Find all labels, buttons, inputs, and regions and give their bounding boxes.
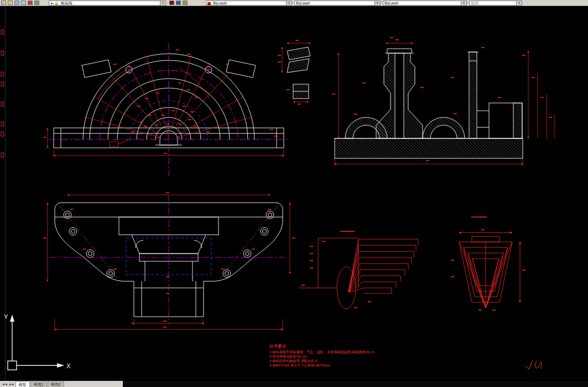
save-icon[interactable] [14, 1, 19, 5]
ucs-y-label: Y [4, 313, 8, 320]
tab-nav-forward-button[interactable]: ►► [8, 381, 15, 387]
plotstyle-value: 随层 [471, 1, 478, 5]
lineweight-combo[interactable]: ByLayer ▼ [383, 1, 467, 6]
color-value: ByLayer [213, 1, 227, 5]
linetype-value: ByLayer [296, 1, 310, 5]
notes-line: 1.铸件表面不得有裂纹、气孔、缩松、夹渣等铸造缺陷,铸造圆角R3~5。 [269, 350, 377, 354]
notes-line: 2.未注明铸造斜度为1:20。 [269, 354, 310, 359]
color-palette-icon[interactable] [169, 1, 174, 5]
tab-nav-back-button[interactable]: ◄◄ [1, 381, 8, 387]
menu-icon[interactable] [1, 1, 6, 5]
layout-tabs: ◄◄ ►► 模型 布局1 布局2 [0, 381, 123, 387]
layer-manager-icon[interactable] [176, 1, 181, 5]
chevron-down-icon[interactable]: ▼ [461, 1, 466, 5]
notes-title: 技术要求 [269, 344, 287, 349]
ucs-x-label: X [66, 363, 71, 369]
chevron-down-icon[interactable]: ▼ [286, 1, 292, 5]
open-folder-icon[interactable] [8, 1, 13, 5]
tab-layout1[interactable]: 布局1 [30, 381, 47, 387]
color-swatch [207, 2, 211, 5]
tab-layout2[interactable]: 布局2 [48, 381, 64, 387]
linetype-combo[interactable]: ByLayer ▼ [294, 1, 381, 6]
properties-icon[interactable] [183, 1, 188, 5]
drawing-canvas[interactable]: 技术要求 1.铸件表面不得有裂纹、气孔、缩松、夹渣等铸造缺陷,铸造圆角R3~5。… [0, 6, 588, 381]
undo-icon[interactable] [28, 1, 33, 5]
color-combo[interactable]: ByLayer ▼ [206, 1, 292, 6]
notes-line: 3.铸件应经时效处理,消除内应力。 [269, 359, 321, 363]
layout-tab-bar: ◄◄ ►► 模型 布局1 布局2 [0, 381, 588, 387]
notes-line: 4.材料HT200,未注尺寸公差按GB/T6414。 [269, 363, 334, 368]
tab-model[interactable]: 模型 [15, 381, 30, 387]
layer-combo[interactable]: ●◐🔒 粗实线 ▼ [49, 1, 166, 6]
layer-name: 粗实线 [61, 1, 72, 5]
cad-window: ●◐🔒 粗实线 ▼ ByLayer ▼ ByLayer ▼ ByLayer ▼ … [0, 0, 588, 387]
print-icon[interactable] [21, 1, 26, 5]
lineweight-value: ByLayer [384, 1, 399, 5]
plotstyle-combo[interactable]: 随层 ▼ [469, 1, 522, 6]
chevron-down-icon[interactable]: ▼ [160, 1, 165, 5]
top-toolbar: ●◐🔒 粗实线 ▼ ByLayer ▼ ByLayer ▼ ByLayer ▼ … [0, 0, 588, 6]
chevron-down-icon[interactable]: ▼ [374, 1, 380, 5]
chevron-down-icon[interactable]: ▼ [516, 1, 522, 5]
redo-icon[interactable] [34, 1, 39, 5]
layer-status-icons: ●◐🔒 [50, 2, 59, 6]
